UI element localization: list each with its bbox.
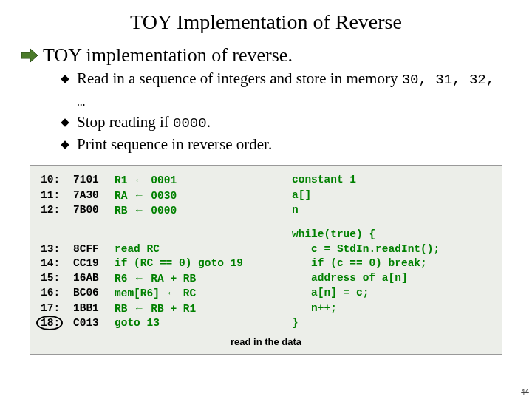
code-box: 10: 7101 R1 ← 0001 constant 1 11: 7A30 R… xyxy=(30,165,502,355)
subtitle: TOY implementation of reverse. xyxy=(43,44,293,66)
col-addr: 16: xyxy=(41,286,73,301)
code-block-1: 10: 7101 R1 ← 0001 constant 1 11: 7A30 R… xyxy=(41,173,491,219)
desc-a: R6 xyxy=(115,273,134,284)
col-addr: 17: xyxy=(41,301,73,317)
arrow-left-icon: ← xyxy=(134,272,145,284)
page-number: 44 xyxy=(521,388,529,396)
desc-a: mem[R6] xyxy=(115,287,166,299)
code-row: 10: 7101 R1 ← 0001 constant 1 xyxy=(41,173,491,188)
col-c: n xyxy=(292,203,491,219)
col-hex: 7A30 xyxy=(73,188,115,204)
code-caption: read in the data xyxy=(41,335,491,349)
col-hex: 7B00 xyxy=(73,203,115,219)
col-c: while(true) { xyxy=(292,228,491,242)
desc-a: R1 xyxy=(115,174,134,186)
bullet-item: Stop reading if 0000. xyxy=(62,112,502,134)
bullet-pre: Read in a sequence of integers and store… xyxy=(77,69,402,87)
col-desc: R1 ← 0001 xyxy=(115,173,292,188)
desc-b: 0030 xyxy=(145,190,177,202)
bullet-pre: Print sequence in reverse order. xyxy=(77,135,272,153)
col-hex: 8CFF xyxy=(73,242,115,257)
desc-b: RA + RB xyxy=(145,273,197,284)
col-desc: if (RC == 0) goto 19 xyxy=(115,256,292,271)
col-c: c = StdIn.readInt(); xyxy=(292,242,491,257)
col-addr xyxy=(41,228,73,242)
arrow-left-icon: ← xyxy=(134,189,145,201)
col-c: } xyxy=(292,316,491,331)
bullet-pre: Stop reading if xyxy=(77,113,173,131)
code-row: 12: 7B00 RB ← 0000 n xyxy=(41,203,491,219)
desc-b: RB + R1 xyxy=(145,303,197,315)
code-row: 15: 16AB R6 ← RA + RB address of a[n] xyxy=(41,271,491,287)
addr-text: 18: xyxy=(41,317,60,329)
desc-a: RB xyxy=(115,205,134,216)
desc-a: RB xyxy=(115,303,134,315)
col-hex: 7101 xyxy=(73,173,115,188)
bullet-text: Stop reading if 0000. xyxy=(77,112,502,134)
col-hex: 1BB1 xyxy=(73,301,115,317)
bullet-list: Read in a sequence of integers and store… xyxy=(0,68,532,154)
col-desc: RA ← 0030 xyxy=(115,188,292,204)
col-hex: BC06 xyxy=(73,286,115,301)
code-row: while(true) { xyxy=(41,228,491,242)
diamond-icon xyxy=(61,75,69,83)
col-addr: 12: xyxy=(41,203,73,219)
col-c: a[n] = c; xyxy=(292,286,491,301)
col-desc: RB ← 0000 xyxy=(115,203,292,219)
slide-title: TOY Implementation of Reverse xyxy=(0,0,532,40)
col-addr: 15: xyxy=(41,271,73,287)
col-addr: 11: xyxy=(41,188,73,204)
arrow-left-icon: ← xyxy=(166,287,177,299)
col-c: n++; xyxy=(292,301,491,317)
diamond-icon xyxy=(61,119,69,127)
col-hex: C013 xyxy=(73,316,115,331)
diamond-icon xyxy=(61,140,69,149)
col-hex: 16AB xyxy=(73,271,115,287)
col-addr: 13: xyxy=(41,242,73,257)
bullet-text: Print sequence in reverse order. xyxy=(77,134,502,154)
code-row: 16: BC06 mem[R6] ← RC a[n] = c; xyxy=(41,286,491,301)
arrow-left-icon: ← xyxy=(134,174,145,185)
col-desc: R6 ← RA + RB xyxy=(115,271,292,287)
code-row: 13: 8CFF read RC c = StdIn.readInt(); xyxy=(41,242,491,257)
desc-b: 0001 xyxy=(145,174,177,186)
col-addr: 10: xyxy=(41,173,73,188)
col-desc: goto 13 xyxy=(115,316,292,331)
code-row: 18: C013 goto 13 } xyxy=(41,316,491,331)
col-c: if (c == 0) break; xyxy=(292,256,491,271)
col-hex xyxy=(73,228,115,242)
desc-a: RA xyxy=(115,190,134,202)
arrow-left-icon: ← xyxy=(134,204,145,216)
arrow-right-icon xyxy=(21,48,38,63)
col-addr: 14: xyxy=(41,256,73,271)
bullet-item: Print sequence in reverse order. xyxy=(62,134,502,154)
code-row: 17: 1BB1 RB ← RB + R1 n++; xyxy=(41,301,491,317)
code-row: 11: 7A30 RA ← 0030 a[] xyxy=(41,188,491,204)
col-c: address of a[n] xyxy=(292,271,491,287)
bullet-text: Read in a sequence of integers and store… xyxy=(77,68,502,112)
desc-b: RC xyxy=(177,287,196,299)
bullet-item: Read in a sequence of integers and store… xyxy=(62,68,502,112)
col-addr: 18: xyxy=(41,316,73,331)
arrow-left-icon: ← xyxy=(134,302,145,314)
subtitle-row: TOY implementation of reverse. xyxy=(0,44,532,66)
col-c: a[] xyxy=(292,188,491,204)
desc-b: 0000 xyxy=(145,205,177,216)
col-desc xyxy=(115,228,292,242)
col-hex: CC19 xyxy=(73,256,115,271)
col-desc: read RC xyxy=(115,242,292,257)
code-row: 14: CC19 if (RC == 0) goto 19 if (c == 0… xyxy=(41,256,491,271)
col-desc: RB ← RB + R1 xyxy=(115,301,292,317)
code-block-2: while(true) { 13: 8CFF read RC c = StdIn… xyxy=(41,228,491,331)
bullet-post: . xyxy=(207,113,211,131)
col-c: constant 1 xyxy=(292,173,491,188)
bullet-mono: 0000 xyxy=(173,115,207,132)
col-desc: mem[R6] ← RC xyxy=(115,286,292,301)
